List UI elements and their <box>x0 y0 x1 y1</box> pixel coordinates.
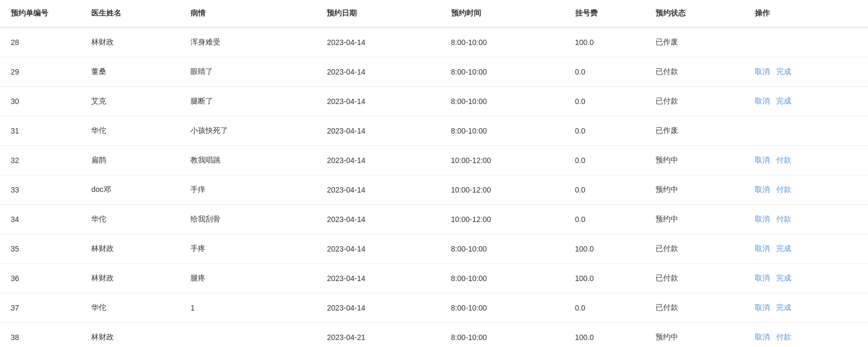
action-付款[interactable]: 付款 <box>776 185 791 194</box>
action-完成[interactable]: 完成 <box>776 274 791 282</box>
cell-fee: 0.0 <box>564 146 645 175</box>
cell-doctor: doc邓 <box>80 175 180 205</box>
cell-fee: 100.0 <box>564 264 645 293</box>
cell-id: 30 <box>0 87 80 116</box>
cell-id: 35 <box>0 234 80 264</box>
action-取消[interactable]: 取消 <box>755 97 770 105</box>
cell-doctor: 艾克 <box>80 87 180 116</box>
cell-doctor: 董桑 <box>80 57 180 87</box>
cell-actions: 取消 完成 <box>744 234 868 264</box>
action-完成[interactable]: 完成 <box>776 244 791 253</box>
cell-fee: 100.0 <box>564 323 645 348</box>
cell-time: 10:00-12:00 <box>440 205 564 234</box>
cell-status: 已付款 <box>645 234 744 264</box>
cell-condition: 眼睛了 <box>180 57 316 87</box>
appointments-table: 预约单编号 医生姓名 病情 预约日期 预约时间 挂号费 预约状态 操作 28林财… <box>0 0 868 347</box>
cell-date: 2023-04-21 <box>316 323 440 348</box>
cell-id: 37 <box>0 293 80 323</box>
action-完成[interactable]: 完成 <box>776 97 791 105</box>
cell-actions: 取消 付款 <box>744 323 868 348</box>
cell-id: 31 <box>0 116 80 146</box>
cell-status: 已付款 <box>645 87 744 116</box>
cell-actions: 取消 付款 <box>744 175 868 205</box>
cell-doctor: 林财政 <box>80 27 180 57</box>
header-action: 操作 <box>744 0 868 27</box>
cell-status: 已作废 <box>645 116 744 146</box>
cell-doctor: 林财政 <box>80 264 180 293</box>
cell-date: 2023-04-14 <box>316 264 440 293</box>
cell-actions: 取消 完成 <box>744 264 868 293</box>
action-取消[interactable]: 取消 <box>755 333 770 341</box>
cell-date: 2023-04-14 <box>316 234 440 264</box>
cell-actions: 取消 完成 <box>744 57 868 87</box>
table-body: 28林财政浑身难受2023-04-148:00-10:00100.0已作废29董… <box>0 27 868 347</box>
action-付款[interactable]: 付款 <box>776 156 791 164</box>
cell-date: 2023-04-14 <box>316 57 440 87</box>
cell-id: 38 <box>0 323 80 348</box>
cell-time: 8:00-10:00 <box>440 87 564 116</box>
cell-date: 2023-04-14 <box>316 175 440 205</box>
action-完成[interactable]: 完成 <box>776 67 791 76</box>
cell-fee: 0.0 <box>564 87 645 116</box>
cell-condition: 手疼 <box>180 234 316 264</box>
cell-doctor: 华佗 <box>80 116 180 146</box>
cell-id: 33 <box>0 175 80 205</box>
table-row: 28林财政浑身难受2023-04-148:00-10:00100.0已作废 <box>0 27 868 57</box>
cell-actions: 取消 付款 <box>744 205 868 234</box>
cell-id: 36 <box>0 264 80 293</box>
cell-id: 29 <box>0 57 80 87</box>
cell-status: 已作废 <box>645 27 744 57</box>
header-condition: 病情 <box>180 0 316 27</box>
header-row: 预约单编号 医生姓名 病情 预约日期 预约时间 挂号费 预约状态 操作 <box>0 0 868 27</box>
cell-doctor: 林财政 <box>80 323 180 348</box>
header-id: 预约单编号 <box>0 0 80 27</box>
header-date: 预约日期 <box>316 0 440 27</box>
cell-status: 预约中 <box>645 205 744 234</box>
cell-doctor: 华佗 <box>80 205 180 234</box>
cell-condition: 浑身难受 <box>180 27 316 57</box>
action-取消[interactable]: 取消 <box>755 67 770 76</box>
table-row: 32扁鹊教我唱跳2023-04-1410:00-12:000.0预约中取消 付款 <box>0 146 868 175</box>
cell-status: 已付款 <box>645 293 744 323</box>
cell-doctor: 扁鹊 <box>80 146 180 175</box>
cell-fee: 0.0 <box>564 116 645 146</box>
cell-status: 预约中 <box>645 323 744 348</box>
action-完成[interactable]: 完成 <box>776 303 791 312</box>
cell-doctor: 华佗 <box>80 293 180 323</box>
cell-actions: 取消 完成 <box>744 293 868 323</box>
cell-condition: 手痒 <box>180 175 316 205</box>
action-取消[interactable]: 取消 <box>755 156 770 164</box>
cell-fee: 0.0 <box>564 293 645 323</box>
header-status: 预约状态 <box>645 0 744 27</box>
header-time: 预约时间 <box>440 0 564 27</box>
cell-fee: 0.0 <box>564 57 645 87</box>
cell-time: 8:00-10:00 <box>440 234 564 264</box>
action-取消[interactable]: 取消 <box>755 244 770 253</box>
cell-time: 8:00-10:00 <box>440 116 564 146</box>
cell-actions <box>744 116 868 146</box>
cell-time: 10:00-12:00 <box>440 175 564 205</box>
action-取消[interactable]: 取消 <box>755 215 770 223</box>
cell-fee: 0.0 <box>564 175 645 205</box>
action-取消[interactable]: 取消 <box>755 185 770 194</box>
cell-condition: 腿疼 <box>180 264 316 293</box>
cell-time: 8:00-10:00 <box>440 27 564 57</box>
header-fee: 挂号费 <box>564 0 645 27</box>
table-row: 37华佗12023-04-148:00-10:000.0已付款取消 完成 <box>0 293 868 323</box>
action-付款[interactable]: 付款 <box>776 215 791 223</box>
cell-condition: 腿断了 <box>180 87 316 116</box>
table-row: 38林财政2023-04-218:00-10:00100.0预约中取消 付款 <box>0 323 868 348</box>
cell-date: 2023-04-14 <box>316 205 440 234</box>
action-取消[interactable]: 取消 <box>755 303 770 312</box>
action-付款[interactable]: 付款 <box>776 333 791 341</box>
cell-fee: 100.0 <box>564 27 645 57</box>
table-row: 31华佗小孩快死了2023-04-148:00-10:000.0已作废 <box>0 116 868 146</box>
action-取消[interactable]: 取消 <box>755 274 770 282</box>
cell-status: 已付款 <box>645 57 744 87</box>
cell-time: 8:00-10:00 <box>440 264 564 293</box>
table-row: 34华佗给我刮骨2023-04-1410:00-12:000.0预约中取消 付款 <box>0 205 868 234</box>
cell-date: 2023-04-14 <box>316 293 440 323</box>
appointments-table-container: 预约单编号 医生姓名 病情 预约日期 预约时间 挂号费 预约状态 操作 28林财… <box>0 0 868 347</box>
cell-status: 预约中 <box>645 146 744 175</box>
cell-doctor: 林财政 <box>80 234 180 264</box>
